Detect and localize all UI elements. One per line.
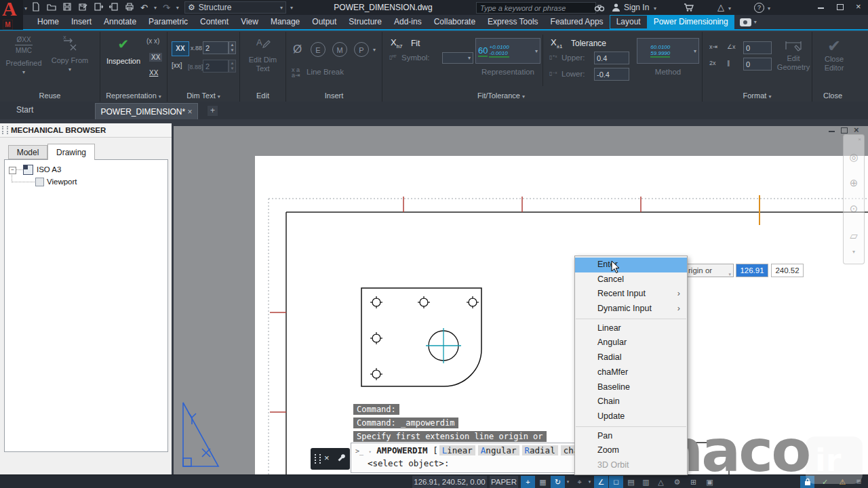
command-wrench-icon[interactable] [336,453,346,466]
save-icon[interactable] [62,2,72,14]
secondary-places-spinner[interactable]: ▲▼ [229,60,236,73]
sign-in-link[interactable]: Sign In [624,3,649,12]
help-caret-icon[interactable]: ▾ [768,5,770,12]
primary-places-spinner[interactable]: ▲▼ [229,41,236,54]
menu-item-update[interactable]: Update [575,409,687,424]
restore-button[interactable] [837,4,844,10]
viewport-restore-button[interactable] [841,127,848,134]
polar-caret-icon[interactable]: ▾ [565,476,571,488]
print-icon[interactable] [125,2,134,14]
a360-icon[interactable]: △ [717,2,724,12]
diameter-symbol-button[interactable]: Ø [293,43,302,56]
format-icon-2[interactable]: ∠x [727,43,736,50]
copy-from-button[interactable]: X Copy From ▾ [49,35,91,74]
edit-dim-text-button[interactable]: A Edit Dim Text [244,36,281,73]
navigation-bar[interactable]: × ◎ ⊕ ⊙ ▱ ▾ [843,134,865,264]
format-icon-3[interactable]: 2x [709,60,716,66]
search-input[interactable] [476,2,596,14]
close-editor-button[interactable]: ✔ Close Editor [815,37,853,73]
cart-icon[interactable] [684,3,694,14]
file-tab-start[interactable]: Start [16,105,33,115]
lower-input[interactable] [594,68,629,81]
command-recent-caret-icon[interactable]: ▾ [369,449,372,455]
workspace-switcher[interactable]: ⚙ Structure ▾ [184,1,286,14]
viewport-minimize-button[interactable] [829,131,835,132]
redo-icon[interactable]: ↷ [163,3,170,13]
palette-header[interactable]: MECHANICAL BROWSER [0,123,172,138]
dynamic-input-x[interactable]: 126.91 [736,264,768,277]
representation-option-3[interactable]: XX [149,69,158,77]
dynamic-input-y[interactable]: 240.52 [771,264,804,277]
symbol-dropdown[interactable]: ▾ [442,52,473,64]
polar-tracking-icon[interactable]: ↻ [551,476,565,488]
browser-tab-drawing[interactable]: Drawing [47,144,95,160]
tab-annotate[interactable]: Annotate [98,15,142,29]
osnap-icon[interactable]: ⌖ [572,476,587,488]
command-grip[interactable] [315,454,321,464]
snap-icon[interactable]: + [521,476,535,488]
undo-icon[interactable]: ↶ [140,3,148,13]
zoom-icon[interactable]: ⊙ [844,203,864,215]
tab-express-tools[interactable]: Express Tools [481,15,544,29]
secondary-places-input[interactable] [203,60,229,73]
minimize-button[interactable] [818,7,824,9]
close-button[interactable]: × [856,3,861,10]
tab-content[interactable]: Content [194,15,235,29]
menu-item-radial[interactable]: Radial [575,350,687,365]
tolerance-checkbox[interactable]: X±1 [551,37,563,49]
option-linear[interactable]: Linear [439,445,475,455]
application-menu[interactable]: A M [0,0,23,30]
navbar-close-icon[interactable]: × [844,136,864,142]
menu-item-cancel[interactable]: Cancel [575,272,687,287]
format-value-1[interactable] [743,41,772,54]
envelope-symbol-button[interactable]: E [311,42,326,57]
method-dropdown[interactable]: 60.010059.9990 ▾ [637,38,699,64]
tree-collapse-icon[interactable]: − [9,167,16,174]
palette-grip[interactable] [2,126,8,134]
tab-output[interactable]: Output [306,15,342,29]
viewport-close-button[interactable]: × [854,127,859,134]
fit-checkbox[interactable]: Xh7 [391,37,403,49]
tab-home[interactable]: Home [31,15,65,29]
projected-symbol-button[interactable]: P [354,42,369,57]
primary-places-input[interactable] [203,41,229,54]
inspection-button[interactable]: ✔ Inspection [103,37,144,66]
help-icon[interactable]: ? [754,3,764,13]
new-file-icon[interactable] [31,2,41,14]
tab-structure[interactable]: Structure [342,15,388,29]
menu-item-recent-input[interactable]: Recent Input› [575,287,687,302]
menu-item-zoom[interactable]: Zoom [575,443,687,458]
mmc-symbol-button[interactable]: M [332,42,347,57]
a360-caret-icon[interactable]: ▾ [728,5,731,12]
tab-view[interactable]: View [235,15,264,29]
undo-caret-icon[interactable]: ▾ [154,5,157,11]
dynamic-ucs-icon[interactable]: □ [609,476,623,488]
format-icon-1[interactable]: x⇥ [709,43,717,50]
steering-wheel-icon[interactable]: ◎ [844,151,864,163]
tab-power-dimensioning[interactable]: Power Dimensioning [648,15,734,29]
tree-item-iso-a3[interactable]: ISO A3 [37,165,61,174]
menu-item-baseline[interactable]: Baseline [575,380,687,395]
osnap-caret-icon[interactable]: ▾ [587,476,593,488]
menu-item-linear[interactable]: Linear [575,321,687,336]
format-icon-4[interactable]: ∥ [727,60,730,66]
representation-option-2[interactable]: XX [149,53,162,62]
redo-caret-icon[interactable]: ▾ [176,5,179,11]
tab-add-ins[interactable]: Add-ins [388,15,428,29]
tree-item-viewport[interactable]: Viewport [47,178,77,186]
upper-input[interactable] [594,52,629,64]
menu-item-angular[interactable]: Angular [575,336,687,350]
grid-icon[interactable]: ▦ [536,476,550,488]
line-break-button[interactable]: Line Break [307,68,344,76]
navbar-caret-icon[interactable]: ▾ [844,249,864,255]
option-angular[interactable]: Angular [478,445,519,455]
menu-item-enter[interactable]: Enter [575,258,687,272]
open-file-icon[interactable] [47,2,56,14]
menu-item-dynamic-input[interactable]: Dynamic Input› [575,302,687,317]
menu-item-chamfer[interactable]: chaMfer [575,365,687,380]
command-window-handle[interactable]: × [311,448,350,470]
command-input-window[interactable]: >_ ▾ AMPOWERDIM [LinearAngularRadialchaM… [351,443,595,473]
file-tab-active[interactable]: POWER_DIMENSION* × [95,103,198,119]
tab-featured-apps[interactable]: Featured Apps [545,15,610,29]
close-doc-icon[interactable]: × [188,107,193,117]
